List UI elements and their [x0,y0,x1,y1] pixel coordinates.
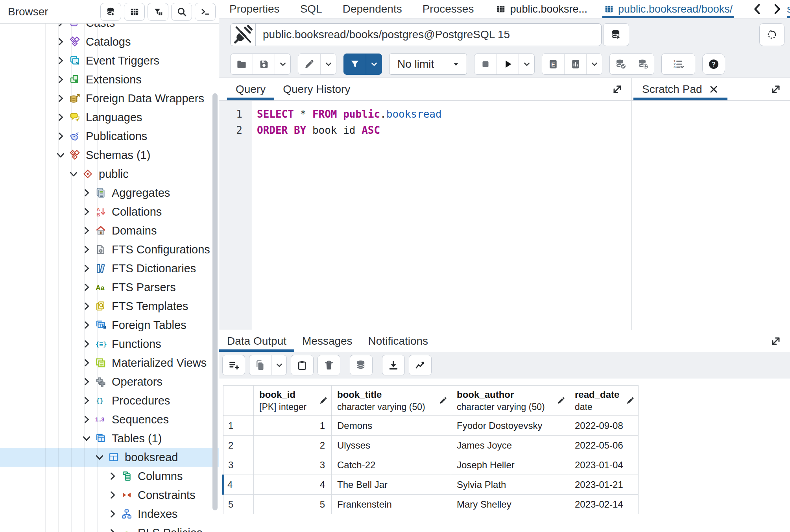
chevron-right-icon[interactable] [81,338,92,349]
copy-button[interactable] [249,355,271,375]
cell-book-author[interactable]: Mary Shelley [451,495,569,514]
stop-button[interactable] [474,54,497,74]
tab-public-booksre[interactable]: public.booksre... [494,0,589,18]
filter-options-button[interactable] [366,54,382,74]
quick-connect-button[interactable] [100,3,121,21]
chevron-right-icon[interactable] [81,376,92,387]
tree-item-catalogs[interactable]: Catalogs [0,32,219,51]
expand-output-button[interactable] [770,335,782,347]
cell-book-id[interactable]: 3 [254,455,332,475]
tree-item-fts-dictionaries[interactable]: FTS Dictionaries [0,259,219,278]
scroll-tabs-left-button[interactable] [751,2,764,16]
add-row-button[interactable] [223,355,245,375]
tree-item-foreign-data-wrappers[interactable]: Foreign Data Wrappers [0,89,219,108]
chevron-right-icon[interactable] [81,395,92,406]
chevron-right-icon[interactable] [55,131,66,142]
edit-column-icon[interactable] [626,396,635,405]
chevron-right-icon[interactable] [81,225,92,236]
cell-read-date[interactable]: 2023-01-21 [569,475,639,495]
tree-item-rls-policies[interactable]: RLS Policies [0,523,219,532]
row-number-cell[interactable]: 4 [223,475,254,495]
chevron-right-icon[interactable] [81,301,92,312]
tree-item-tables-1[interactable]: Tables (1) [0,429,219,448]
tab-dependents[interactable]: Dependents [343,0,402,18]
tree-item-booksread[interactable]: booksread [0,448,219,467]
tree-item-publications[interactable]: Publications [0,127,219,146]
tab-sql[interactable]: SQL [300,0,322,18]
tab-data-output[interactable]: Data Output [219,330,294,352]
cell-read-date[interactable]: 2022-05-06 [569,436,639,455]
graph-visualiser-button[interactable] [409,355,431,375]
edit-button[interactable] [298,54,320,74]
column-header-read-date[interactable]: read_datedate [569,386,639,416]
tree-item-constraints[interactable]: Constraints [0,486,219,504]
tree-item-fts-configurations[interactable]: FTS Configurations [0,240,219,259]
chevron-right-icon[interactable] [107,490,118,501]
tab-query-history[interactable]: Query History [274,78,359,100]
tab-public-booksread-books[interactable]: public.booksread/books/ [602,0,734,18]
cell-read-date[interactable]: 2023-02-14 [569,495,639,514]
chevron-right-icon[interactable] [107,508,118,519]
chevron-right-icon[interactable] [81,414,92,425]
chevron-down-icon[interactable] [68,168,79,179]
tree-item-schemas-1[interactable]: Schemas (1) [0,146,219,164]
macros-button[interactable]: 123 [662,54,695,74]
tab-query[interactable]: Query [227,78,274,100]
cell-book-id[interactable]: 2 [254,436,332,455]
chevron-right-icon[interactable] [55,55,66,66]
chevron-right-icon[interactable] [107,527,118,532]
tree-item-casts[interactable]: Casts [0,24,219,32]
save-options-button[interactable] [275,54,290,74]
psql-tool-button[interactable] [195,3,216,21]
delete-button[interactable] [318,355,340,375]
scratch-pad-body[interactable] [632,101,790,330]
tree-item-operators[interactable]: Operators [0,372,219,391]
tab-properties[interactable]: Properties [229,0,280,18]
row-number-cell[interactable]: 1 [223,416,254,436]
tree-item-procedures[interactable]: {}Procedures [0,391,219,410]
save-data-button[interactable] [350,355,372,375]
chevron-down-icon[interactable] [81,433,92,444]
cell-book-title[interactable]: Ulysses [332,436,451,455]
tree-item-sequences[interactable]: 1..3Sequences [0,410,219,429]
cell-book-author[interactable]: Joseph Heller [451,455,569,475]
cell-read-date[interactable]: 2023-01-04 [569,455,639,475]
chevron-right-icon[interactable] [55,74,66,85]
column-header-book-id[interactable]: book_id[PK] integer [254,386,332,416]
search-objects-button[interactable] [171,3,192,21]
cell-book-id[interactable]: 1 [254,416,332,436]
new-connection-button[interactable] [603,23,629,46]
tree-item-functions[interactable]: {≡}Functions [0,334,219,353]
expand-scratch-pad-button[interactable] [770,83,782,96]
close-scratch-pad-icon[interactable] [709,84,719,94]
execute-options-button[interactable] [519,54,534,74]
chevron-right-icon[interactable] [81,187,92,198]
tree-item-materialized-views[interactable]: Materialized Views [0,353,219,372]
chevron-right-icon[interactable] [81,244,92,255]
row-number-cell[interactable]: 3 [223,455,254,475]
edit-column-icon[interactable] [319,396,328,405]
tree-item-aggregates[interactable]: Aggregates [0,183,219,202]
tree-item-event-triggers[interactable]: Event Triggers [0,51,219,70]
chevron-right-icon[interactable] [81,206,92,217]
open-file-button[interactable] [231,54,253,74]
row-limit-select[interactable]: No limit [389,54,467,75]
edit-column-icon[interactable] [438,396,448,405]
commit-button[interactable] [610,54,632,74]
row-number-cell[interactable]: 5 [223,495,254,514]
tree-item-languages[interactable]: Languages [0,108,219,127]
paste-button[interactable] [291,355,313,375]
sql-editor[interactable]: 12 SELECT * FROM public.booksreadORDER B… [219,101,631,330]
edit-column-icon[interactable] [556,396,566,405]
cell-book-title[interactable]: Demons [332,416,451,436]
explain-analyze-button[interactable] [564,54,586,74]
cell-book-id[interactable]: 4 [254,475,332,495]
tab-messages[interactable]: Messages [294,330,360,352]
chevron-right-icon[interactable] [107,471,118,482]
cell-book-author[interactable]: Fyodor Dostoyevsky [451,416,569,436]
filter-button[interactable] [344,54,366,74]
copy-options-button[interactable] [271,355,286,375]
tab-scratch-pad[interactable]: Scratch Pad [633,78,727,100]
tree-item-domains[interactable]: Domains [0,221,219,240]
expand-query-button[interactable] [611,83,624,96]
